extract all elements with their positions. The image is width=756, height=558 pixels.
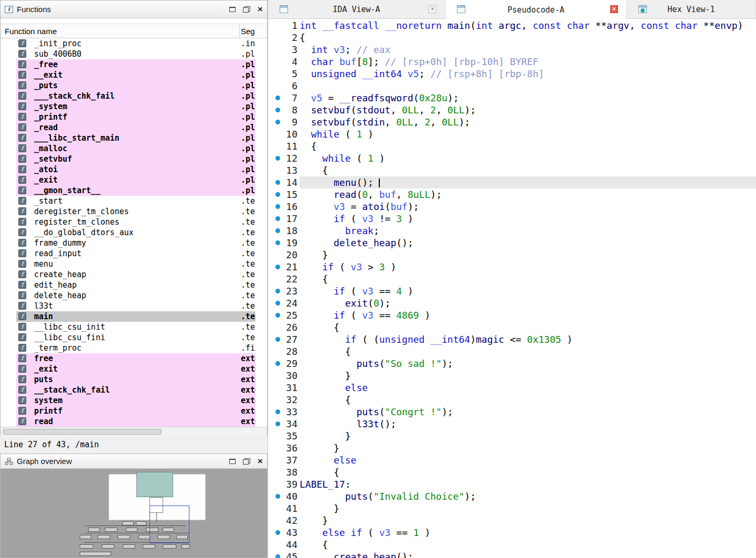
pseudocode-line[interactable]: 24 exit(0); <box>268 297 756 309</box>
pseudocode-line[interactable]: 22 { <box>268 273 756 285</box>
address-dot[interactable] <box>275 301 280 306</box>
pseudocode-line[interactable]: 36 } <box>268 442 756 454</box>
function-row[interactable]: f_term_proc.fini <box>1 343 267 353</box>
pseudocode-line[interactable]: 23 if ( v3 == 4 ) <box>268 285 756 297</box>
pseudocode-line[interactable]: 3 int v3; // eax <box>268 44 756 56</box>
pseudocode-line[interactable]: 8 setvbuf(stdout, 0LL, 2, 0LL); <box>268 104 756 116</box>
column-segment[interactable]: Seg <box>241 27 255 36</box>
function-row[interactable]: fputsextern <box>1 374 267 385</box>
function-row[interactable]: f___libc_start_main.plt <box>1 133 267 143</box>
function-row[interactable]: fregister_tm_clones.text <box>1 217 267 227</box>
pseudocode-line[interactable]: 21 if ( v3 > 3 ) <box>268 261 756 273</box>
float-window-icon[interactable] <box>243 458 250 465</box>
pseudocode-line[interactable]: 10 while ( 1 ) <box>268 128 756 140</box>
graph-overview-titlebar[interactable]: Graph overview × <box>1 454 267 469</box>
pseudocode-line[interactable]: 35 } <box>268 430 756 442</box>
pseudocode-line[interactable]: 29 puts("So sad !"); <box>268 357 756 370</box>
address-dot[interactable] <box>275 289 280 293</box>
pseudocode-line[interactable]: 39LABEL_17: <box>268 478 756 490</box>
function-row[interactable]: fcreate_heap.text <box>1 269 267 280</box>
pseudocode-line[interactable]: 26 { <box>268 321 756 333</box>
function-row[interactable]: f_exitextern <box>1 364 267 374</box>
close-icon[interactable]: × <box>258 458 263 465</box>
tab-pseudocode-a[interactable]: Pseudocode-A× <box>445 0 627 19</box>
horizontal-scrollbar[interactable] <box>1 427 267 436</box>
pseudocode-line[interactable]: 34 l33t(); <box>268 418 756 430</box>
pseudocode-line[interactable]: 28 { <box>268 345 756 357</box>
column-function-name[interactable]: Function name <box>5 27 57 36</box>
function-row[interactable]: fmenu.text <box>1 259 267 269</box>
pseudocode-line[interactable]: 2{ <box>268 31 756 44</box>
pseudocode-line[interactable]: 31 else <box>268 382 756 394</box>
function-row[interactable]: f__do_global_dtors_aux.text <box>1 227 267 238</box>
pseudocode-line[interactable]: 27 if ( (unsigned __int64)magic <= 0x130… <box>268 333 756 345</box>
tab-ida-view-a[interactable]: IDA View-A× <box>268 0 445 18</box>
function-row[interactable]: fdelete_heap.text <box>1 290 267 301</box>
pseudocode-line[interactable]: 41 } <box>268 502 756 514</box>
function-row[interactable]: f_setvbuf.plt <box>1 154 267 164</box>
function-row[interactable]: fframe_dummy.text <box>1 238 267 248</box>
pseudocode-line[interactable]: 6 <box>268 80 756 92</box>
pseudocode-line[interactable]: 37 else <box>268 454 756 466</box>
function-row[interactable]: f__exit.plt <box>1 70 267 80</box>
graph-overview-canvas[interactable] <box>1 469 267 557</box>
function-row[interactable]: f_free.plt <box>1 59 267 70</box>
function-row[interactable]: f_init_proc.init <box>1 38 267 49</box>
pseudocode-line[interactable]: 17 if ( v3 != 3 ) <box>268 213 756 225</box>
pseudocode-line[interactable]: 33 puts("Congrt !"); <box>268 406 756 418</box>
pseudocode-line[interactable]: 42 } <box>268 514 756 527</box>
function-row[interactable]: fsystemextern <box>1 395 267 406</box>
pseudocode-line[interactable]: 9 setvbuf(stdin, 0LL, 2, 0LL); <box>268 116 756 128</box>
pseudocode-line[interactable]: 11 { <box>268 140 756 152</box>
pseudocode-line[interactable]: 5 unsigned __int64 v5; // [rsp+8h] [rbp-… <box>268 68 756 80</box>
maximize-icon[interactable] <box>229 459 236 464</box>
pseudocode-line[interactable]: 20 } <box>268 249 756 261</box>
pseudocode-view[interactable]: 1int __fastcall __noreturn main(int argc… <box>268 19 756 558</box>
function-row[interactable]: f_start.text <box>1 196 267 206</box>
address-dot[interactable] <box>275 216 280 221</box>
address-dot[interactable] <box>275 96 280 100</box>
pseudocode-line[interactable]: 12 while ( 1 ) <box>268 152 756 164</box>
function-row[interactable]: f__libc_csu_fini.text <box>1 332 267 343</box>
tab-close-icon[interactable]: × <box>610 5 618 13</box>
function-row[interactable]: freadextern <box>1 416 267 427</box>
pseudocode-line[interactable]: 44 { <box>268 539 756 551</box>
pseudocode-line[interactable]: 15 read(0, buf, 8uLL); <box>268 188 756 201</box>
address-dot[interactable] <box>275 228 280 233</box>
address-dot[interactable] <box>275 108 280 112</box>
address-dot[interactable] <box>275 337 280 342</box>
function-row[interactable]: fmain.text <box>1 311 267 322</box>
function-row[interactable]: f__gmon_start__.plt <box>1 185 267 196</box>
function-row[interactable]: fedit_heap.text <box>1 280 267 290</box>
pseudocode-line[interactable]: 45 create_heap(); <box>268 551 756 558</box>
address-dot[interactable] <box>275 313 280 318</box>
function-row[interactable]: f_printf.plt <box>1 112 267 122</box>
function-row[interactable]: f___stack_chk_fail.plt <box>1 91 267 101</box>
address-dot[interactable] <box>275 180 280 185</box>
graph-viewport-rect[interactable] <box>150 506 189 543</box>
address-dot[interactable] <box>275 554 280 558</box>
pseudocode-line[interactable]: 30 } <box>268 370 756 382</box>
functions-titlebar[interactable]: f Functions × <box>1 1 267 18</box>
pseudocode-line[interactable]: 4 char buf[8]; // [rsp+0h] [rbp-10h] BYR… <box>268 56 756 68</box>
function-row[interactable]: fsub_4006B0.plt <box>1 49 267 59</box>
function-row[interactable]: fderegister_tm_clones.text <box>1 206 267 217</box>
pseudocode-line[interactable]: 1int __fastcall __noreturn main(int argc… <box>268 19 756 31</box>
function-row[interactable]: f_atoi.plt <box>1 164 267 175</box>
maximize-icon[interactable] <box>229 7 236 12</box>
close-icon[interactable]: × <box>258 6 263 13</box>
address-dot[interactable] <box>275 409 280 414</box>
function-row[interactable]: ffreeextern <box>1 353 267 364</box>
pseudocode-line[interactable]: 43 else if ( v3 == 1 ) <box>268 527 756 539</box>
address-dot[interactable] <box>275 361 280 366</box>
tab-hex-view-1[interactable]: Hex View-1 <box>627 0 756 18</box>
address-dot[interactable] <box>275 422 280 426</box>
function-row[interactable]: f_read.plt <box>1 122 267 133</box>
pseudocode-line[interactable]: 13 { <box>268 164 756 176</box>
pseudocode-line[interactable]: 14 menu(); <box>268 176 756 188</box>
float-window-icon[interactable] <box>243 6 250 13</box>
function-row[interactable]: f_exit.plt <box>1 175 267 185</box>
address-dot[interactable] <box>275 120 280 124</box>
function-row[interactable]: fread_input.text <box>1 248 267 259</box>
address-dot[interactable] <box>275 192 280 197</box>
